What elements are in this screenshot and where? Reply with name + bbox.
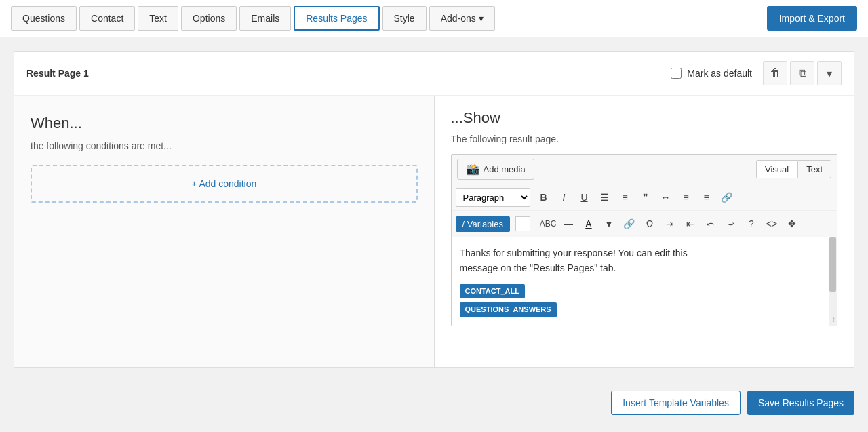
when-column: When... the following conditions are met… [14, 96, 435, 367]
editor-content-wrapper: Thanks for submitting your response! You… [452, 237, 837, 326]
rich-text-editor: 📸 Add media Visual Text ParagraphHeading… [451, 154, 838, 326]
chevron-down-icon: ▾ [827, 67, 832, 80]
result-page-card: Result Page 1 Mark as default 🗑 ⧉ ▾ When… [14, 51, 854, 368]
editor-scrollbar-thumb[interactable] [829, 237, 836, 292]
insert-template-variables-button[interactable]: Insert Template Variables [611, 391, 741, 415]
clear-format-button[interactable]: 🔗 [620, 214, 639, 233]
tab-text[interactable]: Text [138, 6, 178, 31]
undo-button[interactable]: ⤺ [701, 214, 720, 233]
import-export-button[interactable]: Import & Export [767, 6, 857, 31]
align-center-button[interactable]: ≡ [677, 188, 696, 207]
save-results-pages-button[interactable]: Save Results Pages [747, 391, 854, 415]
tab-questions[interactable]: Questions [11, 6, 77, 31]
fullscreen-button[interactable]: ✥ [783, 214, 802, 233]
tab-options[interactable]: Options [181, 6, 237, 31]
collapse-button[interactable]: ▾ [817, 61, 842, 85]
top-navigation: Questions Contact Text Options Emails Re… [0, 0, 868, 37]
result-columns: When... the following conditions are met… [14, 96, 854, 367]
strikethrough-button[interactable]: ABC [538, 214, 557, 233]
tab-results-pages[interactable]: Results Pages [294, 6, 379, 31]
horizontal-rule-button[interactable]: — [559, 214, 578, 233]
add-condition-label: + Add condition [191, 178, 256, 189]
color-swatch[interactable] [515, 216, 530, 231]
underline-button[interactable]: U [575, 188, 594, 207]
result-page-title: Result Page 1 [26, 68, 671, 79]
contact-all-tag[interactable]: CONTACT_ALL [460, 284, 525, 299]
align-right-button[interactable]: ≡ [697, 188, 716, 207]
add-media-label: Add media [484, 164, 526, 174]
editor-text-line1: Thanks for submitting your response! You… [460, 246, 824, 260]
unordered-list-button[interactable]: ☰ [595, 188, 614, 207]
italic-button[interactable]: I [555, 188, 574, 207]
blockquote-button[interactable]: ❞ [636, 188, 655, 207]
special-chars-button[interactable]: Ω [640, 214, 659, 233]
page-footer: Insert Template Variables Save Results P… [0, 381, 868, 425]
delete-button[interactable]: 🗑 [763, 61, 787, 85]
dropdown-color-button[interactable]: ▼ [599, 214, 618, 233]
nav-tabs: Questions Contact Text Options Emails Re… [11, 6, 767, 31]
variables-button[interactable]: / Variables [456, 216, 510, 232]
trash-icon: 🗑 [770, 67, 781, 79]
tab-style[interactable]: Style [382, 6, 427, 31]
show-column: ...Show The following result page. 📸 Add… [435, 96, 854, 367]
conditions-text: the following conditions are met... [31, 140, 418, 151]
tab-contact[interactable]: Contact [79, 6, 135, 31]
code-view-button[interactable]: <> [762, 214, 781, 233]
show-title: ...Show [451, 109, 838, 127]
help-button[interactable]: ? [742, 214, 761, 233]
editor-scrollbar-track [829, 237, 837, 326]
text-tab[interactable]: Text [797, 160, 831, 178]
show-description: The following result page. [451, 134, 838, 144]
media-icon: 📸 [466, 163, 479, 176]
redo-button[interactable]: ⤻ [722, 214, 741, 233]
editor-text-line2: message on the "Results Pages" tab. [460, 260, 824, 275]
toolbar-row-1: ParagraphHeading 1Heading 2Heading 3Head… [452, 184, 837, 211]
when-title: When... [31, 115, 418, 132]
text-color-button[interactable]: A [579, 214, 598, 233]
editor-tags: CONTACT_ALL QUESTIONS_ANSWERS [460, 280, 824, 317]
link-button[interactable]: 🔗 [717, 188, 736, 207]
copy-icon: ⧉ [799, 67, 806, 79]
paragraph-select[interactable]: ParagraphHeading 1Heading 2Heading 3Head… [456, 188, 530, 207]
editor-resize-handle[interactable]: ↕ [831, 315, 835, 324]
main-content: Result Page 1 Mark as default 🗑 ⧉ ▾ When… [0, 37, 868, 381]
add-condition-box[interactable]: + Add condition [31, 165, 418, 203]
editor-mode-tabs: Visual Text [756, 160, 831, 178]
add-media-button[interactable]: 📸 Add media [457, 159, 534, 180]
tab-emails[interactable]: Emails [239, 6, 291, 31]
mark-default-area: Mark as default [671, 68, 752, 79]
visual-tab[interactable]: Visual [756, 160, 797, 178]
questions-answers-tag[interactable]: QUESTIONS_ANSWERS [460, 302, 557, 317]
copy-button[interactable]: ⧉ [790, 61, 814, 85]
ordered-list-button[interactable]: ≡ [616, 188, 635, 207]
editor-content[interactable]: Thanks for submitting your response! You… [452, 237, 837, 326]
toolbar-row-2: / Variables ABC — A ▼ 🔗 Ω ⇥ ⇤ ⤺ ⤻ ? [452, 211, 837, 237]
mark-default-checkbox[interactable] [671, 68, 682, 79]
editor-top-bar: 📸 Add media Visual Text [452, 155, 837, 184]
indent-button[interactable]: ⇥ [660, 214, 679, 233]
result-page-header: Result Page 1 Mark as default 🗑 ⧉ ▾ [14, 52, 854, 96]
outdent-button[interactable]: ⇤ [681, 214, 700, 233]
bold-button[interactable]: B [534, 188, 553, 207]
align-left-button[interactable]: ↔ [656, 188, 675, 207]
mark-default-label: Mark as default [687, 68, 752, 79]
tab-add-ons[interactable]: Add-ons ▾ [429, 6, 495, 31]
